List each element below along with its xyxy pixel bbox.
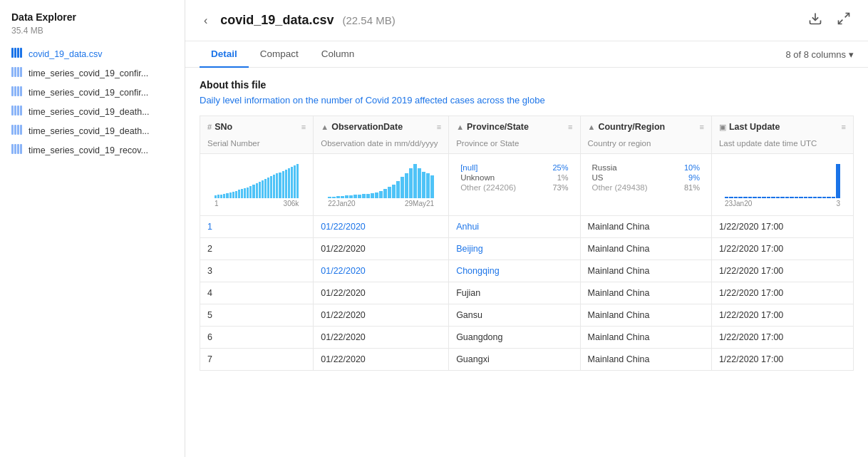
- svg-rect-8: [11, 86, 14, 96]
- last-chart-bars: [725, 163, 840, 198]
- dist-cell-country: Russia 10% US 9% Other (249438) 81%: [580, 154, 711, 216]
- chart-bar: [215, 195, 217, 198]
- prov-value[interactable]: Beijing: [456, 244, 483, 254]
- country-value: Mainland China: [588, 222, 650, 232]
- chart-bar: [396, 181, 400, 198]
- sort-icon-prov[interactable]: ≡: [568, 123, 572, 131]
- obs-value[interactable]: 01/22/2020: [321, 266, 366, 276]
- sno-value[interactable]: 1: [207, 222, 212, 232]
- cell-obs: 01/22/2020: [314, 349, 449, 371]
- svg-rect-18: [17, 125, 19, 135]
- svg-rect-17: [14, 125, 16, 135]
- sidebar-item-time_series_5[interactable]: time_series_covid_19_recov...: [0, 140, 185, 160]
- tab-compact[interactable]: Compact: [249, 41, 310, 68]
- tab-column[interactable]: Column: [310, 41, 366, 68]
- tab-detail[interactable]: Detail: [200, 41, 249, 68]
- chart-bar: [252, 185, 254, 198]
- cell-last: 1/22/2020 17:00: [711, 238, 853, 260]
- chart-bar: [294, 165, 296, 198]
- chart-bar: [241, 189, 243, 198]
- back-button[interactable]: ‹: [200, 13, 212, 29]
- sno-value: 6: [207, 332, 212, 342]
- dist-label: Russia: [592, 163, 617, 172]
- table-row: 1 01/22/2020 Anhui Mainland China 1/22/2…: [200, 216, 854, 238]
- file-header: ‹ covid_19_data.csv (22.54 MB): [185, 0, 868, 41]
- sidebar-item-covid_19_data.csv[interactable]: covid_19_data.csv: [0, 44, 185, 63]
- last-bar: [790, 197, 794, 198]
- chart-bar: [244, 188, 246, 198]
- sidebar-item-time_series_2[interactable]: time_series_covid_19_confir...: [0, 83, 185, 102]
- db-icon: [11, 125, 23, 137]
- chevron-down-icon: ▾: [849, 49, 854, 60]
- sno-value: 2: [207, 244, 212, 254]
- cell-obs: 01/22/2020: [314, 282, 449, 304]
- chart-bar: [341, 196, 344, 198]
- dist-label: US: [592, 173, 604, 182]
- chart-bar: [232, 192, 234, 198]
- svg-rect-3: [20, 48, 22, 58]
- last-bar: [808, 197, 812, 198]
- sort-icon-sno[interactable]: ≡: [301, 123, 306, 131]
- svg-rect-15: [20, 106, 22, 115]
- chart-cell-sno: 1 306k: [200, 154, 314, 216]
- col-name-prov: Province/State: [467, 122, 565, 132]
- chart-bar: [336, 196, 340, 198]
- expand-button[interactable]: [834, 9, 854, 32]
- sno-value: 7: [207, 354, 212, 364]
- chart-labels-obs: 22Jan20 29May21: [328, 200, 434, 210]
- sidebar: Data Explorer 35.4 MB covid_19_data.csv …: [0, 0, 185, 457]
- bar-chart-sno: [215, 163, 299, 198]
- sidebar-item-time_series_3[interactable]: time_series_covid_19_death...: [0, 102, 185, 121]
- last-bar: [725, 197, 729, 198]
- cell-prov: Fujian: [449, 282, 580, 304]
- svg-rect-11: [20, 86, 22, 96]
- db-icon: [11, 48, 23, 60]
- prov-value[interactable]: Anhui: [456, 222, 479, 232]
- dist-pct: 9%: [688, 173, 700, 182]
- col-name-obs: ObservationDate: [331, 122, 434, 132]
- cell-country: Mainland China: [580, 349, 711, 371]
- chart-bar: [276, 173, 278, 198]
- sidebar-item-time_series_1[interactable]: time_series_covid_19_confir...: [0, 63, 185, 83]
- sidebar-item-label: time_series_covid_19_death...: [29, 126, 150, 136]
- dist-table-prov: [null] 25% Unknown 1% Other (224206) 73%: [456, 160, 572, 195]
- last-bar: [822, 197, 827, 198]
- file-title: covid_19_data.csv: [220, 13, 334, 28]
- sidebar-item-time_series_4[interactable]: time_series_covid_19_death...: [0, 121, 185, 140]
- sort-icon-country[interactable]: ≡: [700, 123, 704, 131]
- last-bar: [817, 197, 822, 198]
- chart-bar: [285, 170, 287, 198]
- svg-rect-13: [14, 106, 16, 115]
- download-button[interactable]: [805, 9, 825, 32]
- col-type-icon-obs: ▲: [321, 123, 329, 131]
- columns-badge[interactable]: 8 of 8 columns ▾: [785, 49, 854, 60]
- svg-rect-19: [20, 125, 22, 135]
- cell-sno: 6: [200, 327, 314, 349]
- cell-obs: 01/22/2020: [314, 238, 449, 260]
- country-value: Mainland China: [588, 266, 650, 276]
- dist-pct: 10%: [684, 163, 700, 172]
- sort-icon-obs[interactable]: ≡: [437, 123, 441, 131]
- cell-last: 1/22/2020 17:00: [711, 260, 853, 282]
- chart-bar: [223, 194, 225, 198]
- chart-bar: [291, 167, 293, 198]
- chart-bar: [418, 168, 421, 198]
- cell-prov: Beijing: [449, 238, 580, 260]
- chart-bar: [422, 172, 425, 198]
- tabs-bar: DetailCompactColumn 8 of 8 columns ▾: [185, 41, 868, 68]
- last-bar: [785, 197, 790, 198]
- chart-bar: [379, 191, 383, 198]
- chart-bar: [362, 194, 366, 198]
- obs-value[interactable]: 01/22/2020: [321, 222, 366, 232]
- last-bar: [734, 197, 738, 198]
- chart-bar: [217, 195, 219, 198]
- cell-prov: Guangdong: [449, 327, 580, 349]
- chart-bar: [366, 194, 370, 198]
- dist-row: Other (224206) 73%: [460, 183, 568, 192]
- sort-icon-last[interactable]: ≡: [842, 123, 846, 131]
- country-value: Mainland China: [588, 354, 650, 364]
- chart-label-min: 1: [215, 200, 219, 207]
- svg-rect-7: [20, 67, 22, 77]
- prov-value[interactable]: Chongqing: [456, 266, 499, 276]
- col-header-sno: # SNo ≡ Serial Number: [200, 116, 314, 154]
